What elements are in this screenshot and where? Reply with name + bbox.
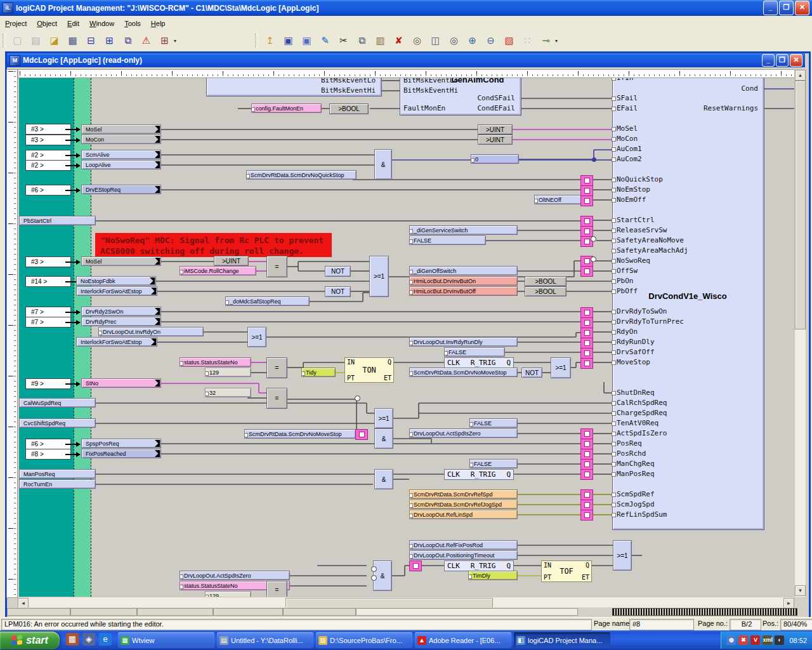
signal-DrvEStopReq[interactable]: DrvEStopReq xyxy=(81,185,161,194)
save-all-icon[interactable]: ▣ xyxy=(298,32,315,49)
link-connector-icon[interactable] xyxy=(580,439,593,449)
menu-item-project[interactable]: Project xyxy=(0,17,32,30)
start-button[interactable]: start xyxy=(0,632,60,649)
signal-FixPosReached[interactable]: FixPosReached xyxy=(81,449,161,458)
io-ref-8[interactable]: #8 > xyxy=(25,449,71,460)
var-DrvLoopOut.ActSpdIsZero[interactable]: DrvLoopOut.ActSpdIsZero xyxy=(409,428,518,438)
mdi-restore-button[interactable]: ❐ xyxy=(776,54,789,67)
menu-item-edit[interactable]: Edit xyxy=(62,17,84,30)
tray-xml-icon[interactable]: xml xyxy=(763,635,772,645)
signal-SpspPosReq[interactable]: SpspPosReq xyxy=(81,439,161,448)
link-connector-icon[interactable] xyxy=(409,560,422,571)
var-HmiLocBut.DrvInvButOff[interactable]: HmiLocBut.DrvInvButOff xyxy=(409,286,518,296)
var-DrvLoopOut.ActSpdIsZero[interactable]: DrvLoopOut.ActSpdIsZero xyxy=(180,571,290,580)
quicklaunch-ie-icon[interactable]: e xyxy=(99,633,112,646)
gate->=1[interactable]: >=1 xyxy=(551,357,571,378)
zoom-out-icon[interactable]: ⊖ xyxy=(482,32,499,49)
link-connector-icon[interactable] xyxy=(580,196,593,206)
var-129[interactable]: 129 xyxy=(205,591,251,597)
menu-item-tools[interactable]: Tools xyxy=(119,17,146,30)
gate-=[interactable]: = xyxy=(266,388,287,409)
link-connector-icon[interactable] xyxy=(580,216,593,227)
fb-TON[interactable]: TONINPTQET xyxy=(344,357,394,383)
link-connector-icon[interactable] xyxy=(580,358,593,369)
taskbar-button-2[interactable]: ▤Untitled - Y:\DataRolli... xyxy=(217,632,313,648)
signal-MoSel[interactable]: MoSel xyxy=(81,256,161,266)
io-ref-7[interactable]: #7 > xyxy=(25,307,71,317)
fbd-canvas[interactable]: "NoSwoReq" MDC: Signal from Rc PLC to pr… xyxy=(18,78,794,597)
signal-MoCon[interactable]: MoCon xyxy=(81,135,161,144)
link-connector-icon[interactable] xyxy=(580,185,593,196)
link-connector-icon[interactable] xyxy=(580,328,593,338)
signal-NoEstopFdbk[interactable]: NoEstopFdbk xyxy=(76,276,156,286)
horizontal-scrollbar[interactable]: ◄ ► xyxy=(18,597,794,608)
gate->=1[interactable]: >=1 xyxy=(374,408,393,428)
signal-InterlockForSwoAtEstop[interactable]: InterlockForSwoAtEstop xyxy=(76,337,157,347)
taskbar-button-1[interactable]: ▦Wtview xyxy=(118,632,214,648)
check-diagram-icon[interactable]: ◎ xyxy=(409,32,426,49)
gate->UINT[interactable]: >UINT xyxy=(478,135,513,145)
var-Tidy[interactable]: Tidy xyxy=(301,368,336,377)
signal-MoSel[interactable]: MoSel xyxy=(81,124,161,134)
var-DrvLoopOut.PositioningTimeout[interactable]: DrvLoopOut.PositioningTimeout xyxy=(409,550,518,560)
dropdown-arrow-icon[interactable]: ▾ xyxy=(174,38,180,44)
link-connector-icon[interactable] xyxy=(580,266,593,277)
gate-=[interactable]: = xyxy=(266,581,287,597)
gate->BOOL[interactable]: >BOOL xyxy=(525,276,566,286)
connection-mode-icon[interactable]: ⊸ xyxy=(537,32,554,49)
fb-rtrig[interactable]: CLKR_TRIGQ xyxy=(444,560,514,571)
tray-volume-icon[interactable]: ◐ xyxy=(775,635,784,645)
var-status.StatusStateNo[interactable]: status.StatusStateNo xyxy=(180,357,251,367)
var-DrvLoopOut.RefLinSpd[interactable]: DrvLoopOut.RefLinSpd xyxy=(409,510,518,519)
var-129[interactable]: 129 xyxy=(205,368,251,377)
scroll-up-icon[interactable]: ▲ xyxy=(795,70,806,81)
var-0[interactable]: 0 xyxy=(471,154,519,164)
io-ref-9[interactable]: #9 > xyxy=(25,378,71,389)
tray-network-icon[interactable]: ◍ xyxy=(726,635,736,645)
io-ref-3[interactable]: #3 > xyxy=(25,124,71,135)
fb-rtrig[interactable]: CLKR_TRIGQ xyxy=(444,469,514,480)
zoom-select-icon[interactable]: ◎ xyxy=(445,32,462,49)
taskbar-button-4[interactable]: ▲Adobe Reader - [E06... xyxy=(415,632,511,648)
fb-rtrig[interactable]: CLKR_TRIGQ xyxy=(444,357,514,368)
gate-=[interactable]: = xyxy=(266,357,287,378)
gate->UINT[interactable]: >UINT xyxy=(478,124,513,135)
var-32[interactable]: 32 xyxy=(205,388,251,397)
var-config.FaultMonEn[interactable]: config.FaultMonEn xyxy=(251,103,322,113)
delete-object-icon[interactable]: ✘ xyxy=(390,32,407,49)
gate->=1[interactable]: >=1 xyxy=(613,540,632,571)
var-FALSE[interactable]: FALSE xyxy=(444,347,505,357)
io-ref-6[interactable]: #6 > xyxy=(25,439,71,449)
link-connector-icon[interactable] xyxy=(580,469,593,480)
margin-label-CalWuSpdReq[interactable]: CalWuSpdReq xyxy=(19,398,96,408)
link-connector-icon[interactable] xyxy=(580,317,593,328)
paste-icon[interactable]: ▥ xyxy=(372,32,389,49)
link-connector-icon[interactable] xyxy=(580,226,593,237)
warning-triangle-icon[interactable]: ⚠ xyxy=(138,32,155,49)
gate-&[interactable]: & xyxy=(374,428,393,449)
margin-label-CvcShiftSpdReq[interactable]: CvcShiftSpdReq xyxy=(19,418,96,428)
gate-NOT[interactable]: NOT xyxy=(325,266,351,277)
link-connector-icon[interactable] xyxy=(580,175,593,186)
margin-label-ManPosReq[interactable]: ManPosReq xyxy=(19,469,96,479)
var-FALSE[interactable]: FALSE xyxy=(469,418,518,428)
edit-pencil-icon[interactable]: ✎ xyxy=(317,32,334,49)
mdi-close-button[interactable]: ✕ xyxy=(790,54,802,67)
gate-NOT[interactable]: NOT xyxy=(325,286,351,297)
var-DrvLoopOut.InvRdyRunDly[interactable]: DrvLoopOut.InvRdyRunDly xyxy=(409,337,518,347)
io-ref-6[interactable]: #6 > xyxy=(25,185,71,196)
var-ScmDrvRtData.ScmDrvNoMoveStop[interactable]: ScmDrvRtData.ScmDrvNoMoveStop xyxy=(244,429,356,439)
gate-&[interactable]: & xyxy=(374,149,392,180)
io-ref-14[interactable]: #14 > xyxy=(25,276,71,287)
var-ScmDrvRtData.ScmDrvRefSpd[interactable]: ScmDrvRtData.ScmDrvRefSpd xyxy=(409,489,518,499)
var-_diGenOffSwitch[interactable]: _diGenOffSwitch xyxy=(409,266,518,275)
restore-button[interactable]: ❐ xyxy=(779,1,794,15)
link-connector-icon[interactable] xyxy=(580,489,593,500)
menu-item-help[interactable]: Help xyxy=(146,17,171,30)
horizontal-scroll-thumb[interactable] xyxy=(285,598,493,608)
gate->UINT[interactable]: >UINT xyxy=(214,256,249,266)
var-DrvLoopOut.RefFixPosRod[interactable]: DrvLoopOut.RefFixPosRod xyxy=(409,540,518,550)
io-ref-7[interactable]: #7 > xyxy=(25,317,71,328)
link-connector-icon[interactable] xyxy=(580,428,593,439)
io-ref-3[interactable]: #3 > xyxy=(25,135,71,145)
